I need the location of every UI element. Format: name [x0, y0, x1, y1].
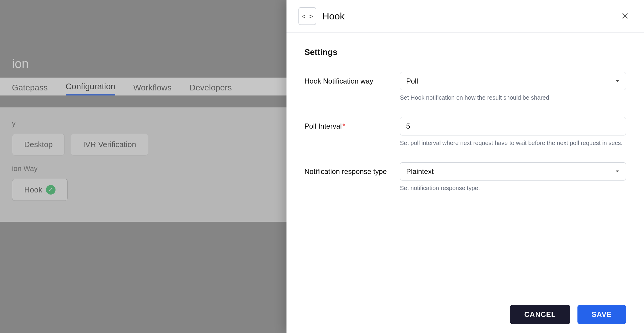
settings-heading: Settings: [304, 47, 626, 57]
hook-notification-control-col: Poll Push Webhook Set Hook notification …: [400, 72, 626, 102]
save-button[interactable]: SAVE: [577, 305, 626, 324]
bg-card-desktop: Desktop: [12, 134, 65, 155]
poll-interval-input[interactable]: [400, 117, 626, 135]
notification-response-label-col: Notification response type: [304, 162, 388, 177]
bg-cards-area: y Desktop IVR Verification ion Way Hook …: [0, 107, 286, 222]
hook-notification-label: Hook Notification way: [304, 76, 388, 86]
bg-page-title: ion: [12, 57, 29, 71]
hook-settings-panel: < > Hook ✕ Settings Hook Notification wa…: [286, 0, 644, 333]
poll-interval-control-col: Set poll interval where next request hav…: [400, 117, 626, 147]
hook-selected-check: ✓: [46, 185, 56, 195]
close-button[interactable]: ✕: [618, 9, 632, 23]
panel-footer: CANCEL SAVE: [286, 296, 644, 333]
hook-notification-label-col: Hook Notification way: [304, 72, 388, 86]
notification-response-control-col: Plaintext JSON XML Set notification resp…: [400, 162, 626, 192]
hook-notification-hint: Set Hook notification on how the result …: [400, 93, 626, 102]
panel-title: Hook: [322, 11, 612, 22]
cancel-button[interactable]: CANCEL: [510, 305, 570, 324]
hook-notification-select[interactable]: Poll Push Webhook: [400, 72, 626, 90]
notification-response-hint: Set notification response type.: [400, 184, 626, 192]
bg-card-hook: Hook ✓: [12, 179, 68, 201]
bg-tabs: Gatepass Configuration Workflows Develop…: [0, 78, 286, 95]
bg-tab-gatepass: Gatepass: [12, 83, 48, 95]
bg-cards-row2: Hook ✓: [12, 179, 275, 201]
bg-section1-label: y: [12, 119, 275, 128]
bg-card-ivr: IVR Verification: [71, 134, 148, 155]
form-row-hook-notification: Hook Notification way Poll Push Webhook …: [304, 72, 626, 102]
panel-header: < > Hook ✕: [286, 0, 644, 33]
poll-interval-required-star: *: [342, 122, 345, 130]
background-content: ion Gatepass Configuration Workflows Dev…: [0, 0, 286, 333]
bg-tab-configuration: Configuration: [66, 82, 115, 95]
poll-interval-label: Poll Interval*: [304, 121, 388, 131]
hook-icon: < >: [298, 7, 316, 25]
poll-interval-label-col: Poll Interval*: [304, 117, 388, 131]
bg-cards-row1: Desktop IVR Verification: [12, 134, 275, 155]
poll-interval-hint: Set poll interval where next request hav…: [400, 138, 626, 147]
panel-body: Settings Hook Notification way Poll Push…: [286, 33, 644, 296]
bg-tab-developers: Developers: [189, 83, 232, 95]
form-row-notification-response: Notification response type Plaintext JSO…: [304, 162, 626, 192]
notification-response-select[interactable]: Plaintext JSON XML: [400, 162, 626, 181]
bg-section2-label: ion Way: [12, 164, 275, 173]
form-row-poll-interval: Poll Interval* Set poll interval where n…: [304, 117, 626, 147]
bg-tab-workflows: Workflows: [133, 83, 172, 95]
notification-response-label: Notification response type: [304, 166, 388, 177]
